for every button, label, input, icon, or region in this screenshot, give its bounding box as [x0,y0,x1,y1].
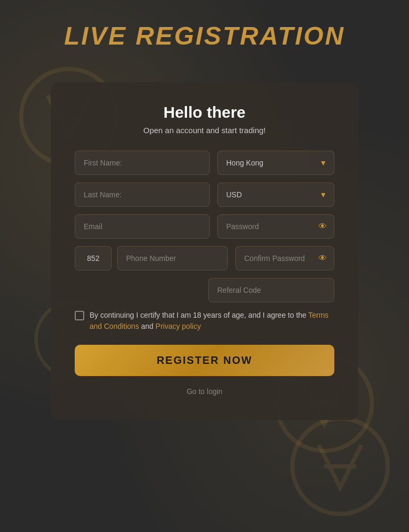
form-row-5 [75,278,334,302]
login-link-container: Go to login [75,387,334,396]
form-header: Hello there Open an account and start tr… [75,103,334,135]
form-heading: Hello there [75,103,334,121]
phone-row [75,246,228,271]
referral-code-input[interactable] [208,278,334,302]
password-input[interactable] [217,214,334,239]
form-row-2: USD EUR GBP JPY AUD ▼ [75,182,334,207]
first-name-input[interactable] [75,151,210,175]
currency-select[interactable]: USD EUR GBP JPY AUD [217,182,334,207]
page-title: LIVE REGISTRATION [64,21,345,50]
country-select[interactable]: Hong Kong United States United Kingdom S… [217,151,334,175]
form-row-4: 👁 [75,246,334,271]
terms-and: and [141,322,153,330]
country-select-wrapper: Hong Kong United States United Kingdom S… [217,151,334,175]
terms-text: By continuing I certify that I am 18 yea… [90,310,334,332]
confirm-password-toggle-icon[interactable]: 👁 [318,254,327,263]
terms-pre-text: By continuing I certify that I am 18 yea… [90,311,308,319]
last-name-input[interactable] [75,182,210,207]
form-row-1: Hong Kong United States United Kingdom S… [75,151,334,175]
confirm-password-wrapper: 👁 [235,246,334,271]
phone-number-input[interactable] [117,246,228,271]
registration-form-card: Hello there Open an account and start tr… [51,82,358,420]
email-input[interactable] [75,214,210,239]
form-subheading: Open an account and start trading! [75,126,334,135]
privacy-link[interactable]: Privacy policy [156,322,201,330]
form-row-3: 👁 [75,214,334,239]
svg-point-1 [292,418,388,514]
password-wrapper: 👁 [217,214,334,239]
password-toggle-icon[interactable]: 👁 [318,222,327,231]
terms-checkbox[interactable] [75,311,84,320]
phone-code-input[interactable] [75,246,112,271]
register-button[interactable]: REGISTER NOW [75,345,334,376]
bg-decoration-bottomright [287,413,393,521]
go-to-login-link[interactable]: Go to login [186,387,223,396]
currency-select-wrapper: USD EUR GBP JPY AUD ▼ [217,182,334,207]
terms-row: By continuing I certify that I am 18 yea… [75,310,334,332]
